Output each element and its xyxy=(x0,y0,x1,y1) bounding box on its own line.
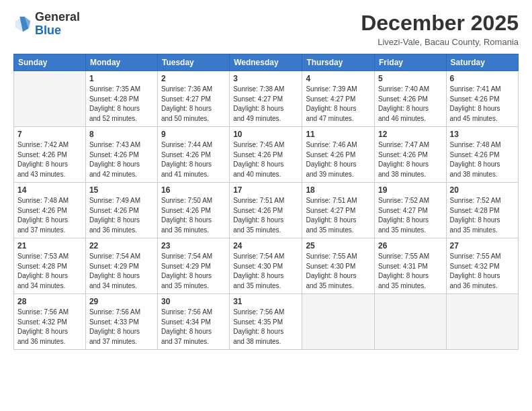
calendar-cell: 29Sunrise: 7:56 AMSunset: 4:33 PMDayligh… xyxy=(85,294,157,350)
calendar-header-friday: Friday xyxy=(374,54,446,71)
calendar-cell: 24Sunrise: 7:54 AMSunset: 4:30 PMDayligh… xyxy=(230,238,302,294)
day-number: 6 xyxy=(450,74,515,83)
calendar-cell: 7Sunrise: 7:42 AMSunset: 4:26 PMDaylight… xyxy=(14,127,86,183)
day-info: Sunrise: 7:48 AMSunset: 4:26 PMDaylight:… xyxy=(450,140,515,179)
day-number: 9 xyxy=(161,130,226,139)
day-info: Sunrise: 7:48 AMSunset: 4:26 PMDaylight:… xyxy=(17,196,82,235)
day-info: Sunrise: 7:45 AMSunset: 4:26 PMDaylight:… xyxy=(233,140,298,179)
calendar-cell: 15Sunrise: 7:49 AMSunset: 4:26 PMDayligh… xyxy=(85,183,157,238)
logo-general: General xyxy=(35,11,80,24)
day-info: Sunrise: 7:55 AMSunset: 4:32 PMDaylight:… xyxy=(450,252,515,291)
calendar-cell: 17Sunrise: 7:51 AMSunset: 4:26 PMDayligh… xyxy=(230,183,302,238)
day-info: Sunrise: 7:53 AMSunset: 4:28 PMDaylight:… xyxy=(17,252,82,291)
calendar-cell: 28Sunrise: 7:56 AMSunset: 4:32 PMDayligh… xyxy=(14,294,86,350)
calendar-cell: 30Sunrise: 7:56 AMSunset: 4:34 PMDayligh… xyxy=(157,294,229,350)
day-number: 7 xyxy=(17,130,82,139)
calendar-header-sunday: Sunday xyxy=(14,54,86,71)
title-block: December 2025 Livezi-Vale, Bacau County,… xyxy=(361,11,519,47)
day-number: 31 xyxy=(233,297,298,306)
day-number: 19 xyxy=(378,185,443,195)
day-info: Sunrise: 7:56 AMSunset: 4:35 PMDaylight:… xyxy=(233,308,298,347)
calendar-cell: 19Sunrise: 7:52 AMSunset: 4:27 PMDayligh… xyxy=(374,183,446,238)
day-number: 4 xyxy=(306,74,371,83)
day-number: 20 xyxy=(450,185,515,195)
calendar-cell: 11Sunrise: 7:46 AMSunset: 4:26 PMDayligh… xyxy=(302,127,375,183)
calendar-cell: 22Sunrise: 7:54 AMSunset: 4:29 PMDayligh… xyxy=(85,238,157,294)
logo: General Blue xyxy=(13,11,80,38)
day-number: 3 xyxy=(233,74,298,83)
calendar-cell: 16Sunrise: 7:50 AMSunset: 4:26 PMDayligh… xyxy=(157,183,229,238)
day-info: Sunrise: 7:50 AMSunset: 4:26 PMDaylight:… xyxy=(161,196,226,235)
day-number: 5 xyxy=(378,74,443,83)
calendar-cell: 31Sunrise: 7:56 AMSunset: 4:35 PMDayligh… xyxy=(230,294,302,350)
calendar-cell: 2Sunrise: 7:36 AMSunset: 4:27 PMDaylight… xyxy=(157,71,229,127)
calendar-cell: 8Sunrise: 7:43 AMSunset: 4:26 PMDaylight… xyxy=(85,127,157,183)
day-number: 16 xyxy=(161,185,226,195)
day-info: Sunrise: 7:56 AMSunset: 4:34 PMDaylight:… xyxy=(161,308,226,347)
day-info: Sunrise: 7:38 AMSunset: 4:27 PMDaylight:… xyxy=(233,85,298,124)
day-number: 18 xyxy=(306,185,371,195)
day-number: 23 xyxy=(161,241,226,250)
calendar-cell: 5Sunrise: 7:40 AMSunset: 4:26 PMDaylight… xyxy=(374,71,446,127)
location: Livezi-Vale, Bacau County, Romania xyxy=(361,37,519,47)
week-row-1: 1Sunrise: 7:35 AMSunset: 4:28 PMDaylight… xyxy=(14,71,519,127)
day-number: 24 xyxy=(233,241,298,250)
header: General Blue December 2025 Livezi-Vale, … xyxy=(13,11,519,47)
calendar-cell: 21Sunrise: 7:53 AMSunset: 4:28 PMDayligh… xyxy=(14,238,86,294)
calendar-header-saturday: Saturday xyxy=(446,54,518,71)
day-number: 29 xyxy=(89,297,154,306)
calendar-cell xyxy=(302,294,375,350)
logo-text: General Blue xyxy=(35,11,80,38)
day-number: 28 xyxy=(17,297,82,306)
logo-blue: Blue xyxy=(35,24,80,38)
day-number: 25 xyxy=(306,241,371,250)
day-number: 13 xyxy=(450,130,515,139)
calendar-cell: 26Sunrise: 7:55 AMSunset: 4:31 PMDayligh… xyxy=(374,238,446,294)
month-title: December 2025 xyxy=(361,11,519,36)
week-row-4: 21Sunrise: 7:53 AMSunset: 4:28 PMDayligh… xyxy=(14,238,519,294)
day-info: Sunrise: 7:39 AMSunset: 4:27 PMDaylight:… xyxy=(306,85,371,124)
day-info: Sunrise: 7:54 AMSunset: 4:29 PMDaylight:… xyxy=(161,252,226,291)
calendar-cell: 4Sunrise: 7:39 AMSunset: 4:27 PMDaylight… xyxy=(302,71,375,127)
calendar-cell: 6Sunrise: 7:41 AMSunset: 4:26 PMDaylight… xyxy=(446,71,518,127)
day-info: Sunrise: 7:46 AMSunset: 4:26 PMDaylight:… xyxy=(306,140,371,179)
calendar-header-monday: Monday xyxy=(85,54,157,71)
day-info: Sunrise: 7:52 AMSunset: 4:28 PMDaylight:… xyxy=(450,196,515,235)
day-info: Sunrise: 7:43 AMSunset: 4:26 PMDaylight:… xyxy=(89,140,154,179)
calendar-cell: 23Sunrise: 7:54 AMSunset: 4:29 PMDayligh… xyxy=(157,238,229,294)
day-number: 17 xyxy=(233,185,298,195)
day-info: Sunrise: 7:44 AMSunset: 4:26 PMDaylight:… xyxy=(161,140,226,179)
logo-icon xyxy=(13,15,32,34)
day-number: 2 xyxy=(161,74,226,83)
calendar-header-tuesday: Tuesday xyxy=(157,54,229,71)
day-info: Sunrise: 7:47 AMSunset: 4:26 PMDaylight:… xyxy=(378,140,443,179)
calendar-cell: 13Sunrise: 7:48 AMSunset: 4:26 PMDayligh… xyxy=(446,127,518,183)
calendar-cell xyxy=(446,294,518,350)
day-info: Sunrise: 7:51 AMSunset: 4:26 PMDaylight:… xyxy=(233,196,298,235)
day-number: 27 xyxy=(450,241,515,250)
day-info: Sunrise: 7:40 AMSunset: 4:26 PMDaylight:… xyxy=(378,85,443,124)
day-info: Sunrise: 7:55 AMSunset: 4:30 PMDaylight:… xyxy=(306,252,371,291)
day-info: Sunrise: 7:36 AMSunset: 4:27 PMDaylight:… xyxy=(161,85,226,124)
day-number: 1 xyxy=(89,74,154,83)
day-number: 15 xyxy=(89,185,154,195)
week-row-3: 14Sunrise: 7:48 AMSunset: 4:26 PMDayligh… xyxy=(14,183,519,238)
calendar-cell: 10Sunrise: 7:45 AMSunset: 4:26 PMDayligh… xyxy=(230,127,302,183)
day-number: 10 xyxy=(233,130,298,139)
day-info: Sunrise: 7:54 AMSunset: 4:29 PMDaylight:… xyxy=(89,252,154,291)
calendar-cell xyxy=(14,71,86,127)
calendar-cell: 18Sunrise: 7:51 AMSunset: 4:27 PMDayligh… xyxy=(302,183,375,238)
calendar-table: SundayMondayTuesdayWednesdayThursdayFrid… xyxy=(13,54,519,350)
calendar-cell: 9Sunrise: 7:44 AMSunset: 4:26 PMDaylight… xyxy=(157,127,229,183)
calendar-cell: 3Sunrise: 7:38 AMSunset: 4:27 PMDaylight… xyxy=(230,71,302,127)
day-info: Sunrise: 7:56 AMSunset: 4:32 PMDaylight:… xyxy=(17,308,82,347)
page: General Blue December 2025 Livezi-Vale, … xyxy=(0,0,532,411)
calendar-header-thursday: Thursday xyxy=(302,54,375,71)
calendar-header-row: SundayMondayTuesdayWednesdayThursdayFrid… xyxy=(14,54,519,71)
calendar-header-wednesday: Wednesday xyxy=(230,54,302,71)
day-info: Sunrise: 7:52 AMSunset: 4:27 PMDaylight:… xyxy=(378,196,443,235)
day-number: 26 xyxy=(378,241,443,250)
day-info: Sunrise: 7:49 AMSunset: 4:26 PMDaylight:… xyxy=(89,196,154,235)
day-info: Sunrise: 7:55 AMSunset: 4:31 PMDaylight:… xyxy=(378,252,443,291)
calendar-cell: 14Sunrise: 7:48 AMSunset: 4:26 PMDayligh… xyxy=(14,183,86,238)
